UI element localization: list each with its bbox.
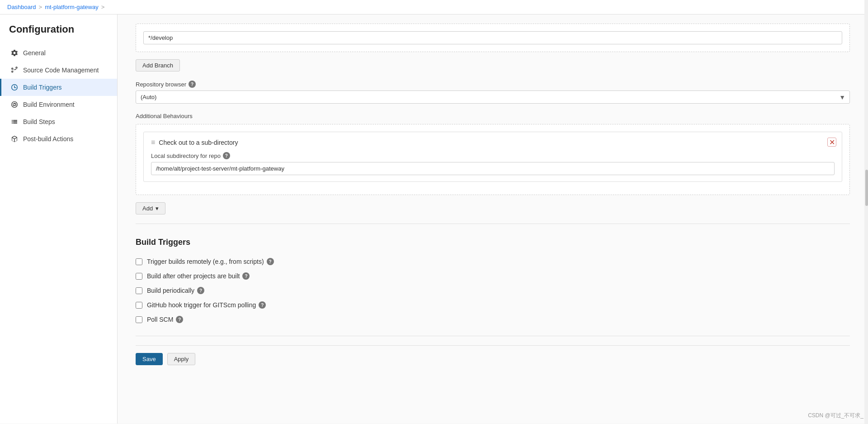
sidebar-item-scm[interactable]: Source Code Management xyxy=(0,62,117,79)
clock-icon xyxy=(10,83,19,91)
behaviour-card-title: ≡ Check out to a sub-directory xyxy=(151,138,835,147)
trigger-remote-label: Trigger builds remotely (e.g., from scri… xyxy=(147,258,274,265)
local-subdir-input[interactable] xyxy=(151,162,835,175)
additional-behaviours-section: Additional Behaviours ≡ Check out to a s… xyxy=(136,113,850,214)
gear-icon xyxy=(10,49,19,57)
watermark: CSDN @可过_不可求_ xyxy=(808,412,863,419)
globe-icon xyxy=(10,100,19,109)
build-triggers-title: Build Triggers xyxy=(136,238,850,247)
add-button[interactable]: Add ▾ xyxy=(136,202,165,214)
trigger-remote-item: Trigger builds remotely (e.g., from scri… xyxy=(136,254,850,269)
breadcrumb-sep2: > xyxy=(101,4,105,10)
sidebar-item-post-build[interactable]: Post-build Actions xyxy=(0,130,117,148)
local-subdir-help-icon[interactable]: ? xyxy=(223,152,230,159)
repo-browser-section: Repository browser ? (Auto) ▼ xyxy=(136,81,850,104)
main-content: Add Branch Repository browser ? (Auto) ▼… xyxy=(118,14,868,424)
add-button-wrapper: Add ▾ xyxy=(136,202,850,214)
sidebar-item-build-triggers-label: Build Triggers xyxy=(23,84,62,91)
build-after-item: Build after other projects are built ? xyxy=(136,269,850,283)
poll-scm-label: Poll SCM ? xyxy=(147,316,183,323)
github-hook-item: GitHub hook trigger for GITScm polling ? xyxy=(136,298,850,312)
build-triggers-section: Build Triggers Trigger builds remotely (… xyxy=(136,238,850,327)
breadcrumb-project[interactable]: mt-platform-gateway xyxy=(45,4,98,10)
build-periodically-label: Build periodically ? xyxy=(147,287,204,294)
branch-section xyxy=(136,24,850,52)
trigger-remote-checkbox[interactable] xyxy=(136,258,142,265)
drag-handle-icon[interactable]: ≡ xyxy=(151,138,155,147)
box-icon xyxy=(10,135,19,143)
behaviour-card-checkout: ≡ Check out to a sub-directory ✕ Local s… xyxy=(143,132,842,182)
poll-scm-help-icon[interactable]: ? xyxy=(176,316,183,323)
sidebar-item-build-environment-label: Build Environment xyxy=(23,101,75,108)
sidebar: Configuration General Source Code Manage… xyxy=(0,14,118,424)
build-periodically-item: Build periodically ? xyxy=(136,283,850,298)
close-behaviour-button[interactable]: ✕ xyxy=(827,138,836,147)
branch-input[interactable] xyxy=(143,31,842,44)
footer-actions: Save Apply xyxy=(136,345,850,372)
build-periodically-checkbox[interactable] xyxy=(136,287,142,294)
repo-browser-label: Repository browser ? xyxy=(136,81,850,88)
build-periodically-help-icon[interactable]: ? xyxy=(197,287,204,294)
poll-scm-checkbox[interactable] xyxy=(136,316,142,323)
add-branch-button[interactable]: Add Branch xyxy=(136,59,180,71)
sidebar-item-build-steps[interactable]: Build Steps xyxy=(0,113,117,130)
dropdown-arrow-icon: ▾ xyxy=(156,205,159,212)
build-after-help-icon[interactable]: ? xyxy=(242,272,250,280)
footer-divider xyxy=(136,336,850,336)
repo-browser-select-wrapper: (Auto) ▼ xyxy=(136,91,850,104)
sidebar-item-scm-label: Source Code Management xyxy=(23,67,99,74)
build-after-label: Build after other projects are built ? xyxy=(147,272,250,280)
sidebar-item-general[interactable]: General xyxy=(0,44,117,62)
section-divider xyxy=(136,224,850,224)
sidebar-title: Configuration xyxy=(0,24,117,44)
sidebar-item-post-build-label: Post-build Actions xyxy=(23,135,73,143)
sidebar-item-build-environment[interactable]: Build Environment xyxy=(0,96,117,113)
trigger-remote-help-icon[interactable]: ? xyxy=(267,258,274,265)
sidebar-item-build-triggers[interactable]: Build Triggers xyxy=(0,79,117,96)
sidebar-item-general-label: General xyxy=(23,49,46,57)
github-hook-checkbox[interactable] xyxy=(136,302,142,309)
breadcrumb-sep1: > xyxy=(39,4,42,10)
breadcrumb: Dashboard > mt-platform-gateway > xyxy=(0,0,868,14)
behaviours-dashed-box: ≡ Check out to a sub-directory ✕ Local s… xyxy=(136,124,850,195)
list-icon xyxy=(10,118,19,126)
build-after-checkbox[interactable] xyxy=(136,273,142,280)
github-hook-help-icon[interactable]: ? xyxy=(259,301,266,309)
branch-icon xyxy=(10,66,19,74)
github-hook-label: GitHub hook trigger for GITScm polling ? xyxy=(147,301,266,309)
additional-behaviours-label: Additional Behaviours xyxy=(136,113,850,119)
local-subdir-label: Local subdirectory for repo ? xyxy=(151,152,835,159)
apply-button[interactable]: Apply xyxy=(167,353,196,365)
repo-browser-help-icon[interactable]: ? xyxy=(189,81,196,88)
save-button[interactable]: Save xyxy=(136,353,163,365)
repo-browser-select[interactable]: (Auto) xyxy=(136,91,850,104)
sidebar-item-build-steps-label: Build Steps xyxy=(23,118,55,125)
poll-scm-item: Poll SCM ? xyxy=(136,312,850,327)
breadcrumb-dashboard[interactable]: Dashboard xyxy=(7,4,36,10)
